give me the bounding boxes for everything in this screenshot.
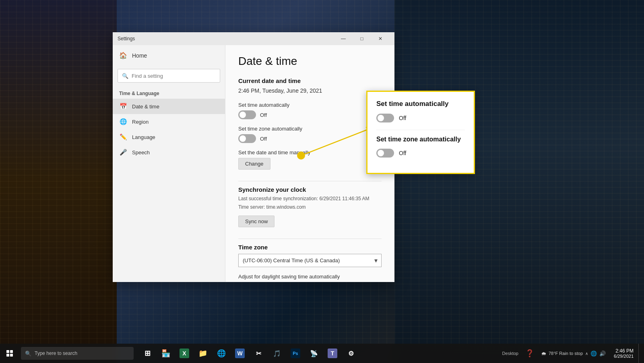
taskbar-right: Desktop ❓ 🌧 78°F Rain to stop ∧ 🌐 🔊 2:46… bbox=[499, 344, 644, 363]
change-datetime-button[interactable]: Change bbox=[238, 158, 270, 170]
sync-info-line1: Last successful time synchronization: 6/… bbox=[238, 195, 382, 202]
clock-time: 2:46 PM bbox=[615, 348, 634, 354]
close-button[interactable]: ✕ bbox=[371, 32, 390, 45]
settings-sidebar: 🏠 Home 🔍 Time & Language 📅 Date & time 🌐… bbox=[113, 45, 225, 282]
sidebar-search-box[interactable]: 🔍 bbox=[118, 69, 220, 83]
taskbar-search-text: Type here to search bbox=[35, 351, 77, 356]
sidebar-item-label-language: Language bbox=[132, 134, 155, 140]
sidebar-item-date-time[interactable]: 📅 Date & time bbox=[113, 99, 225, 114]
snip-icon: ✂ bbox=[254, 348, 263, 358]
date-time-icon: 📅 bbox=[119, 103, 127, 110]
taskbar-app-chrome[interactable]: 🌐 bbox=[213, 344, 230, 362]
window-titlebar: Settings — □ ✕ bbox=[113, 32, 394, 45]
manual-datetime-label: Set the date and time manually bbox=[238, 149, 382, 156]
sidebar-item-region[interactable]: 🌐 Region bbox=[113, 114, 225, 129]
help-button[interactable]: ❓ bbox=[523, 347, 536, 360]
annotation-popup: Set time automatically Off Set time zone… bbox=[366, 91, 475, 174]
set-timezone-auto-row: Off bbox=[238, 134, 382, 143]
annotation-subtitle: Set time zone automatically bbox=[376, 136, 465, 143]
sidebar-search-input[interactable] bbox=[132, 73, 216, 79]
separator-2 bbox=[238, 239, 382, 239]
window-body: 🏠 Home 🔍 Time & Language 📅 Date & time 🌐… bbox=[113, 45, 394, 282]
sidebar-item-language[interactable]: ✏️ Language bbox=[113, 129, 225, 145]
taskbar-app-settings[interactable]: ⚙ bbox=[342, 344, 360, 362]
sidebar-item-label-date-time: Date & time bbox=[132, 104, 159, 110]
taskbar-app-snip[interactable]: ✂ bbox=[250, 344, 267, 362]
timezone-section-title: Time zone bbox=[238, 244, 382, 251]
weather-text: 78°F Rain to stop bbox=[549, 351, 583, 356]
clock-area[interactable]: 2:46 PM 6/29/2021 bbox=[611, 348, 637, 359]
sidebar-home-button[interactable]: 🏠 Home bbox=[113, 45, 225, 66]
sidebar-item-label-region: Region bbox=[132, 119, 149, 125]
start-button[interactable] bbox=[0, 344, 19, 363]
taskbar-app-file-explorer[interactable]: 📁 bbox=[194, 344, 212, 362]
taskbar-app-teams[interactable]: T bbox=[324, 344, 341, 362]
show-desktop-button[interactable] bbox=[638, 344, 641, 363]
start-icon-q3 bbox=[6, 354, 9, 357]
help-icon: ❓ bbox=[525, 349, 534, 358]
desktop-button[interactable]: Desktop bbox=[499, 349, 522, 357]
separator-1 bbox=[238, 181, 382, 181]
taskbar-app-task-view[interactable]: ⊞ bbox=[138, 344, 156, 362]
set-time-auto-label: Set time automatically bbox=[238, 102, 382, 108]
set-time-auto-state: Off bbox=[260, 112, 267, 118]
store-icon: 🏪 bbox=[161, 348, 171, 358]
timezone-select[interactable]: (UTC-06:00) Central Time (US & Canada) bbox=[238, 254, 382, 267]
news-icon: 📡 bbox=[309, 348, 319, 358]
annotation-toggle-row-2: Off bbox=[376, 149, 465, 158]
taskbar-apps: ⊞ 🏪 X 📁 🌐 W ✂ 🎵 Ps 📡 T bbox=[138, 344, 360, 362]
sync-info-line2: Time server: time.windows.com bbox=[238, 204, 382, 211]
excel-icon: X bbox=[180, 348, 189, 358]
page-title: Date & time bbox=[238, 55, 382, 68]
speech-icon: 🎤 bbox=[119, 149, 127, 156]
set-timezone-auto-toggle[interactable] bbox=[238, 134, 256, 143]
file-explorer-icon: 📁 bbox=[198, 348, 208, 358]
task-view-icon: ⊞ bbox=[142, 348, 152, 358]
taskbar-app-excel[interactable]: X bbox=[175, 344, 193, 362]
window-controls: — □ ✕ bbox=[334, 32, 390, 45]
settings-window: Settings — □ ✕ 🏠 Home 🔍 Time & Language bbox=[113, 32, 394, 282]
annotation-toggle-label-1: Off bbox=[399, 115, 406, 121]
taskbar-app-word[interactable]: W bbox=[231, 344, 249, 362]
set-timezone-auto-state: Off bbox=[260, 136, 267, 142]
taskbar-app-photoshop[interactable]: Ps bbox=[287, 344, 304, 362]
media-icon: 🎵 bbox=[272, 348, 282, 358]
desktop-label: Desktop bbox=[502, 351, 518, 356]
annotation-divider bbox=[376, 130, 465, 130]
taskbar-app-media[interactable]: 🎵 bbox=[268, 344, 286, 362]
start-icon-q2 bbox=[10, 350, 13, 353]
sync-now-button[interactable]: Sync now bbox=[238, 216, 275, 227]
daylight-saving-label: Adjust for daylight saving time automati… bbox=[238, 274, 382, 280]
maximize-button[interactable]: □ bbox=[353, 32, 371, 45]
clock-date: 6/29/2021 bbox=[614, 354, 634, 359]
set-time-auto-toggle[interactable] bbox=[238, 110, 256, 119]
chrome-icon: 🌐 bbox=[217, 348, 226, 358]
word-icon: W bbox=[235, 348, 245, 358]
sidebar-category-label: Time & Language bbox=[113, 86, 225, 99]
annotation-toggle-1[interactable] bbox=[376, 114, 394, 122]
sidebar-item-speech[interactable]: 🎤 Speech bbox=[113, 145, 225, 160]
sidebar-item-label-speech: Speech bbox=[132, 149, 150, 156]
set-time-auto-row: Off bbox=[238, 110, 382, 119]
taskbar: 🔍 Type here to search ⊞ 🏪 X 📁 🌐 W ✂ 🎵 Ps bbox=[0, 344, 644, 363]
current-date-time-section-title: Current date and time bbox=[238, 77, 382, 84]
annotation-title: Set time automatically bbox=[376, 100, 465, 108]
set-timezone-auto-label: Set time zone automatically bbox=[238, 126, 382, 132]
region-icon: 🌐 bbox=[119, 118, 127, 125]
network-icon[interactable]: 🌐 bbox=[590, 351, 597, 357]
annotation-toggle-label-2: Off bbox=[399, 150, 406, 156]
timezone-wrapper: (UTC-06:00) Central Time (US & Canada) bbox=[238, 254, 382, 267]
language-icon: ✏️ bbox=[119, 133, 127, 141]
weather-icon: 🌧 bbox=[541, 351, 546, 357]
system-tray: 🌧 78°F Rain to stop ∧ 🌐 🔊 bbox=[538, 351, 609, 357]
search-icon: 🔍 bbox=[122, 73, 128, 79]
start-icon-q4 bbox=[10, 354, 13, 357]
taskbar-app-news[interactable]: 📡 bbox=[305, 344, 323, 362]
minimize-button[interactable]: — bbox=[334, 32, 353, 45]
taskbar-search-box[interactable]: 🔍 Type here to search bbox=[21, 347, 134, 360]
annotation-toggle-2[interactable] bbox=[376, 149, 394, 158]
settings-taskbar-icon: ⚙ bbox=[346, 348, 356, 358]
volume-icon[interactable]: 🔊 bbox=[599, 351, 606, 357]
taskbar-app-store[interactable]: 🏪 bbox=[157, 344, 175, 362]
tray-expand-icon[interactable]: ∧ bbox=[585, 351, 588, 356]
